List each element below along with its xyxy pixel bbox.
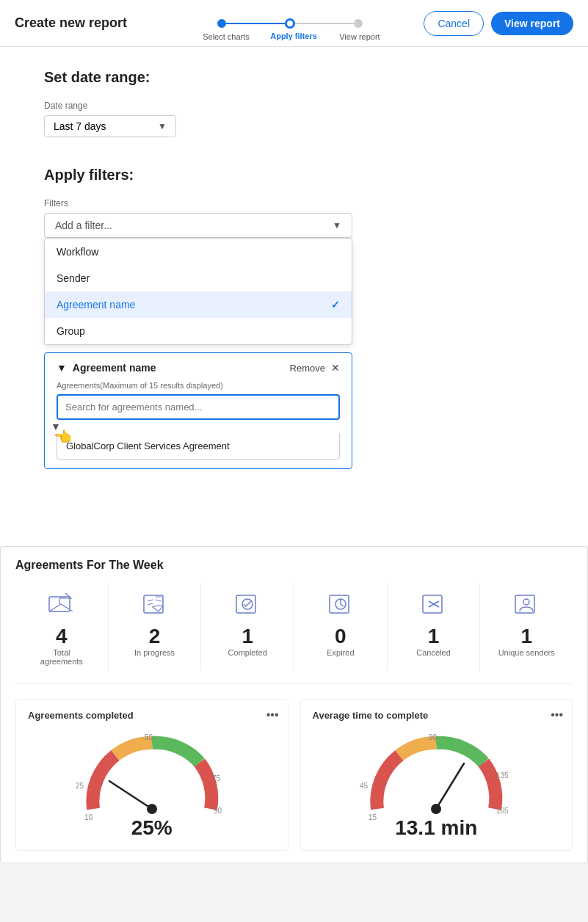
send-icon xyxy=(43,589,80,619)
step-dot-2 xyxy=(285,18,295,29)
completed-chart-title: Agreements completed xyxy=(28,710,276,721)
svg-text:15: 15 xyxy=(369,813,377,821)
stat-expired-label: Expired xyxy=(327,648,354,657)
step-label-1: Select charts xyxy=(203,32,250,41)
stat-unique-senders: 1 Unique senders xyxy=(480,584,573,672)
step-label-3: View report xyxy=(339,32,380,41)
chevron-collapse-icon[interactable]: ▼ xyxy=(57,362,67,374)
stat-progress-value: 2 xyxy=(149,625,161,648)
step-label-2: Apply filters xyxy=(270,32,317,40)
step-dot-1 xyxy=(217,19,226,28)
filter-placeholder: Add a filter... xyxy=(55,219,112,231)
completed-chart-menu[interactable]: ••• xyxy=(266,708,279,722)
svg-line-22 xyxy=(436,763,464,809)
step-line-1 xyxy=(226,23,285,24)
view-report-button[interactable]: View report xyxy=(491,12,573,35)
svg-text:10: 10 xyxy=(84,813,93,821)
stats-row: 4 Totalagreements 2 In progress 1 Comple… xyxy=(15,584,573,684)
stat-expired-value: 0 xyxy=(335,625,346,648)
filter-dropdown[interactable]: Add a filter... ▼ xyxy=(44,213,352,238)
close-icon: ✕ xyxy=(331,362,340,374)
main-content: Set date range: Date range Last 7 days ▼… xyxy=(0,47,588,546)
chevron-down-icon: ▼ xyxy=(158,121,167,131)
stat-completed-value: 1 xyxy=(242,625,253,648)
agreement-filter-title: ▼ Agreement name xyxy=(57,362,156,374)
svg-point-16 xyxy=(147,804,157,814)
filter-dropdown-menu: Workflow Sender Agreement name ✓ Group xyxy=(44,238,352,345)
step-dot-3 xyxy=(354,19,363,28)
time-chart-title: Average time to complete xyxy=(313,710,561,721)
charts-row: Agreements completed ••• xyxy=(15,699,573,851)
stat-senders-value: 1 xyxy=(520,625,532,648)
filters-section: Apply filters: Filters Add a filter... ▼… xyxy=(44,167,544,469)
filter-item-group[interactable]: Group xyxy=(45,318,352,344)
date-range-value: Last 7 days xyxy=(54,120,106,132)
svg-text:165: 165 xyxy=(496,807,509,815)
date-range-section: Set date range: Date range Last 7 days ▼ xyxy=(44,69,544,137)
page-title: Create new report xyxy=(15,15,127,31)
completed-gauge: 10 25 50 75 90 25% xyxy=(28,728,276,840)
agreements-max-label: Agreements(Maximum of 15 results display… xyxy=(57,381,340,390)
svg-rect-3 xyxy=(144,595,163,613)
stat-senders-label: Unique senders xyxy=(498,648,555,657)
step-line-2 xyxy=(295,23,354,24)
svg-line-9 xyxy=(341,604,344,606)
time-chart-menu[interactable]: ••• xyxy=(551,708,563,722)
search-results: GlobalCorp Client Services Agreement xyxy=(57,433,340,460)
svg-point-23 xyxy=(431,804,441,814)
progress-icon xyxy=(137,589,173,619)
date-range-dropdown[interactable]: Last 7 days ▼ xyxy=(44,115,176,137)
svg-text:135: 135 xyxy=(496,772,509,780)
checkmark-icon: ✓ xyxy=(331,299,340,311)
time-chart-card: Average time to complete ••• 15 xyxy=(300,699,573,851)
filter-item-workflow[interactable]: Workflow xyxy=(45,239,352,265)
filters-title: Apply filters: xyxy=(44,167,544,184)
svg-text:45: 45 xyxy=(360,782,369,790)
header: Create new report Select charts Apply fi… xyxy=(0,0,588,47)
stat-completed: 1 Completed xyxy=(201,584,294,672)
agreement-search-input[interactable] xyxy=(57,394,340,420)
stepper: Select charts Apply filters View report xyxy=(156,18,424,29)
time-gauge: 15 45 90 135 165 13.1 min xyxy=(313,728,561,840)
week-agreements-panel: Agreements For The Week 4 Totalagreement… xyxy=(0,546,588,863)
filter-chevron-icon: ▼ xyxy=(333,220,341,230)
filter-item-agreement-name[interactable]: Agreement name ✓ xyxy=(45,291,352,318)
remove-filter-button[interactable]: Remove ✕ xyxy=(290,362,340,374)
stat-canceled-value: 1 xyxy=(428,625,440,648)
stat-completed-label: Completed xyxy=(228,648,267,657)
completed-gauge-svg: 10 25 50 75 90 xyxy=(71,728,233,824)
agreement-name-filter: ▼ Agreement name Remove ✕ Agreements(Max… xyxy=(44,352,352,469)
svg-text:50: 50 xyxy=(145,733,153,741)
stat-total: 4 Totalagreements xyxy=(15,584,109,672)
user-icon xyxy=(508,589,545,619)
svg-text:25: 25 xyxy=(76,782,84,790)
filter-item-sender[interactable]: Sender xyxy=(45,265,352,291)
header-actions: Cancel View report xyxy=(424,11,573,36)
agreement-filter-header: ▼ Agreement name Remove ✕ xyxy=(57,362,340,374)
stat-in-progress: 2 In progress xyxy=(109,584,202,672)
svg-line-15 xyxy=(109,781,152,809)
date-range-title: Set date range: xyxy=(44,69,544,86)
canceled-icon xyxy=(415,589,452,619)
stat-expired: 0 Expired xyxy=(294,584,388,672)
stat-total-label: Totalagreements xyxy=(40,648,83,666)
stat-progress-label: In progress xyxy=(134,648,175,657)
svg-point-14 xyxy=(523,599,529,605)
expired-icon xyxy=(322,589,359,619)
date-range-label: Date range xyxy=(44,101,544,111)
completed-gauge-value: 25% xyxy=(131,816,173,840)
search-result-item[interactable]: GlobalCorp Client Services Agreement xyxy=(57,433,339,459)
week-title: Agreements For The Week xyxy=(15,559,573,572)
svg-text:75: 75 xyxy=(212,774,221,783)
time-gauge-svg: 15 45 90 135 165 xyxy=(355,728,517,824)
completed-chart-card: Agreements completed ••• xyxy=(15,699,288,851)
svg-text:90: 90 xyxy=(429,733,438,741)
cancel-button[interactable]: Cancel xyxy=(424,11,484,36)
svg-text:90: 90 xyxy=(214,807,222,815)
stat-canceled: 1 Canceled xyxy=(388,584,481,672)
stat-canceled-label: Canceled xyxy=(416,648,450,657)
stat-total-value: 4 xyxy=(56,625,68,648)
agreement-search-wrapper: ▼ 👈 xyxy=(57,394,340,433)
completed-icon xyxy=(229,589,266,619)
search-chevron-icon[interactable]: ▼ 👈 xyxy=(51,421,61,432)
